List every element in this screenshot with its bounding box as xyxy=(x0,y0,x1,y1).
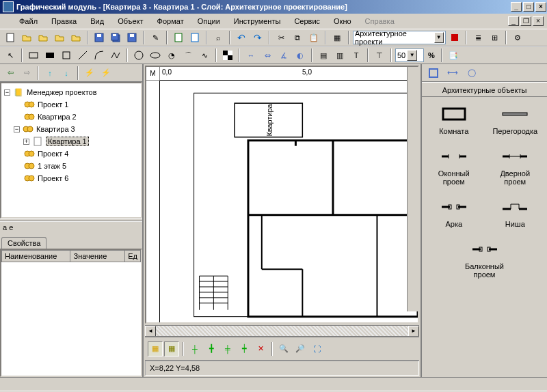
hscrollbar[interactable]: ◄ ► xyxy=(145,325,419,336)
snap-grid-button[interactable]: ▦ xyxy=(148,341,163,356)
nav-refresh-button[interactable]: ⚡ xyxy=(82,66,97,81)
nav-fwd-button[interactable]: ⇨ xyxy=(19,66,34,81)
tree-item[interactable]: −Квартира 3 xyxy=(4,123,138,135)
vscrollbar[interactable] xyxy=(407,67,418,311)
collapse-icon[interactable]: − xyxy=(4,89,10,96)
layer-combo[interactable]: Архитектурное проекти ▼ xyxy=(353,31,446,44)
line-tool[interactable] xyxy=(75,48,90,63)
rename-button[interactable]: ✎ xyxy=(148,30,163,45)
view-blocks-button[interactable] xyxy=(426,66,441,81)
nav-up-button[interactable]: ↑ xyxy=(42,66,57,81)
menu-window[interactable]: Окно xyxy=(327,15,358,27)
palette-item[interactable]: Двернойпроем xyxy=(486,146,545,186)
col-name[interactable]: Наименование xyxy=(2,251,70,262)
snap-int-button[interactable]: ╪ xyxy=(220,341,235,356)
palette-item[interactable]: Арка xyxy=(425,197,483,228)
zoom-in-button[interactable]: 🔍 xyxy=(276,341,291,356)
calc-button[interactable]: ⊞ xyxy=(487,30,502,45)
hatch1-tool[interactable]: ▤ xyxy=(316,48,331,63)
maximize-button[interactable]: □ xyxy=(523,2,534,12)
rect-empty-tool[interactable] xyxy=(26,48,41,63)
pointer-tool[interactable]: ↖ xyxy=(3,48,18,63)
open-button[interactable] xyxy=(19,30,34,45)
sector-tool[interactable]: ◔ xyxy=(164,48,179,63)
minimize-button[interactable]: _ xyxy=(511,2,522,12)
mdi-minimize-button[interactable]: _ xyxy=(508,16,519,26)
import-button[interactable] xyxy=(171,30,186,45)
expand-icon[interactable]: + xyxy=(23,139,29,145)
view-curves-button[interactable]: ◯ xyxy=(464,66,479,81)
scan-button[interactable]: ⌕ xyxy=(211,30,226,45)
col-unit[interactable]: Ед xyxy=(125,251,141,262)
palette-item[interactable]: Балконныйпроем xyxy=(425,239,544,279)
palette-item[interactable]: Оконныйпроем xyxy=(425,146,483,186)
mdi-close-button[interactable]: × xyxy=(533,16,544,26)
tab-properties[interactable]: Свойства xyxy=(1,237,46,249)
ellipse-tool[interactable] xyxy=(148,48,163,63)
marker-tool[interactable]: ⊤ xyxy=(372,48,387,63)
arc2-tool[interactable]: ⌒ xyxy=(181,48,196,63)
new-button[interactable] xyxy=(3,30,18,45)
dim-chain-icon[interactable]: ⇔ xyxy=(260,48,275,63)
tree-item[interactable]: 1 этаж 5 xyxy=(4,160,138,172)
scroll-left-button[interactable]: ◄ xyxy=(145,326,156,337)
tree-item[interactable]: Квартира 2 xyxy=(4,111,138,123)
menu-tools[interactable]: Инструменты xyxy=(227,15,288,27)
polyline-tool[interactable] xyxy=(108,48,123,63)
snap-end-button[interactable]: ┼ xyxy=(187,341,202,356)
snap-cen-button[interactable]: ✕ xyxy=(253,341,268,356)
property-grid[interactable]: Наименование Значение Ед xyxy=(0,249,142,377)
zoom-fit-button[interactable]: ⛶ xyxy=(309,341,324,356)
record-button[interactable] xyxy=(447,30,462,45)
menu-object[interactable]: Объект xyxy=(111,15,150,27)
settings-button[interactable]: ⚙ xyxy=(510,30,525,45)
snap-mid-button[interactable]: ╋ xyxy=(204,341,219,356)
tree-root[interactable]: − 📒 Менеджер проектов xyxy=(4,86,138,98)
view-distance-button[interactable]: ⟷ xyxy=(445,66,460,81)
cut-button[interactable]: ✂ xyxy=(274,30,289,45)
paste-button[interactable]: 📋 xyxy=(306,30,321,45)
close-button[interactable]: × xyxy=(535,2,546,12)
col-value[interactable]: Значение xyxy=(70,251,125,262)
dim-angle-icon[interactable]: ∡ xyxy=(276,48,291,63)
menu-options[interactable]: Опции xyxy=(191,15,227,27)
nav-down-button[interactable]: ↓ xyxy=(59,66,74,81)
redo-button[interactable]: ↷ xyxy=(250,30,265,45)
dim-radius-icon[interactable]: ◐ xyxy=(293,48,308,63)
open4-button[interactable] xyxy=(68,30,83,45)
chevron-down-icon[interactable]: ▼ xyxy=(434,32,444,43)
rect-fill-tool[interactable] xyxy=(42,48,57,63)
zoom-combo[interactable]: 50 ▼ xyxy=(395,48,424,62)
menu-format[interactable]: Формат xyxy=(150,15,191,27)
layers-button[interactable]: ≣ xyxy=(470,30,485,45)
drawing-canvas[interactable]: Квартира xyxy=(160,81,418,322)
snap-grid2-button[interactable]: ▦ xyxy=(164,341,179,356)
spline-tool[interactable]: ∿ xyxy=(197,48,212,63)
undo-button[interactable]: ↶ xyxy=(234,30,249,45)
saveall-button[interactable] xyxy=(108,30,123,45)
expand-icon[interactable]: − xyxy=(14,126,20,132)
saveas-button[interactable] xyxy=(124,30,139,45)
tree-item[interactable]: Проект 4 xyxy=(4,148,138,160)
copy-button[interactable]: ⧉ xyxy=(290,30,305,45)
nav-back-button[interactable]: ⇦ xyxy=(3,66,18,81)
palette-item[interactable]: Комната xyxy=(425,104,483,135)
text-tool[interactable]: T xyxy=(349,48,364,63)
tree-item[interactable]: +Квартира 1 xyxy=(4,135,138,148)
save-button[interactable] xyxy=(92,30,107,45)
menu-help[interactable]: Справка xyxy=(358,15,401,27)
snap-perp-button[interactable]: ┿ xyxy=(237,341,252,356)
export-button[interactable] xyxy=(187,30,202,45)
dim-linear-icon[interactable]: ↔ xyxy=(243,48,258,63)
scroll-right-button[interactable]: ► xyxy=(408,326,419,337)
menu-file[interactable]: Файл xyxy=(12,15,44,27)
chevron-down-icon[interactable]: ▼ xyxy=(407,50,417,61)
hatch2-tool[interactable]: ▥ xyxy=(332,48,347,63)
checker-tool[interactable] xyxy=(220,48,235,63)
project-tree[interactable]: − 📒 Менеджер проектов Проект 1Квартира 2… xyxy=(0,82,142,219)
square-tool[interactable] xyxy=(59,48,74,63)
mdi-restore-button[interactable]: ❐ xyxy=(520,16,531,26)
arc-tool[interactable] xyxy=(92,48,107,63)
tree-item[interactable]: Проект 6 xyxy=(4,172,138,184)
nav-refresh2-button[interactable]: ⚡ xyxy=(98,66,114,81)
